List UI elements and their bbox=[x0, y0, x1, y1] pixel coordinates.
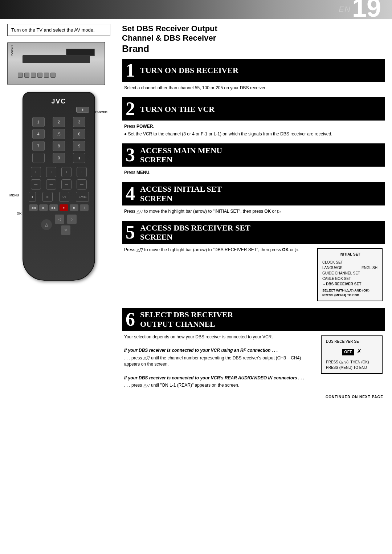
remote-mode-btn3[interactable]: UV bbox=[59, 192, 69, 202]
remote-btn-2[interactable]: 2 bbox=[53, 117, 65, 127]
remote-rewind[interactable]: ◀◀ bbox=[29, 204, 38, 211]
step-6-section: 6 SELECT DBS RECEIVER OUTPUT CHANNEL You… bbox=[122, 308, 385, 391]
remote-right-btn[interactable]: ▷ bbox=[67, 215, 77, 224]
step-6-right: DBS RECEIVER SET OFF ✗ PRESS (△,▽), THEN… bbox=[321, 334, 383, 375]
step-4-section: 4 ACCESS INITIAL SET SCREEN Press △▽ to … bbox=[122, 182, 385, 217]
vcr-btn-4 bbox=[37, 73, 42, 78]
off-badge-area: OFF ✗ bbox=[326, 347, 377, 357]
remote-ok-label: OK bbox=[17, 212, 22, 215]
off-badge: OFF bbox=[342, 349, 354, 355]
remote-extra-btn4[interactable]: + bbox=[77, 167, 87, 177]
step-5-ok-word: OK bbox=[282, 247, 289, 252]
step-4-number: 4 bbox=[126, 184, 135, 203]
step-4-title: ACCESS INITIAL SET SCREEN bbox=[140, 184, 222, 203]
remote-extra-btn3[interactable]: + bbox=[61, 167, 72, 177]
remote-number-grid: 1 2 3 4 .5 6 7 8 9 0 ▮ bbox=[23, 114, 94, 166]
remote-btn-6[interactable]: 6 bbox=[73, 129, 85, 139]
remote-extra-btn6[interactable]: — bbox=[46, 179, 56, 190]
step-5-screen: INITIAL SET CLOCK SET LANGUAGEENGLISH GU… bbox=[317, 247, 383, 303]
en-label: EN bbox=[339, 5, 351, 14]
remote-ffwd[interactable]: ▶▶ bbox=[49, 204, 58, 211]
step-5-layout: Press △▽ to move the highlight bar (arro… bbox=[124, 247, 383, 303]
step-3-title: ACCESS MAIN MENU SCREEN bbox=[140, 146, 222, 164]
page-title-brand: Brand bbox=[122, 43, 149, 54]
screen-row-clock: CLOCK SET bbox=[322, 260, 377, 265]
screen-title-dbs: DBS RECEIVER SET bbox=[326, 339, 377, 345]
step-4-body: Press △▽ to move the highlight bar (arro… bbox=[122, 207, 385, 217]
remote-nav-col: ◁ ▷ ▽ bbox=[55, 215, 77, 235]
vcr-btn-3 bbox=[31, 73, 36, 78]
top-instruction: Turn on the TV and select the AV mode. bbox=[7, 24, 110, 36]
step-6-number: 6 bbox=[126, 310, 135, 329]
step-3-menu-word: MENU bbox=[136, 170, 149, 175]
step-3-section: 3 ACCESS MAIN MENU SCREEN Press MENU. bbox=[122, 143, 385, 178]
remote-down-btn[interactable]: ▽ bbox=[61, 225, 70, 235]
page-title: Set DBS Receiver Output Channel & DBS Re… bbox=[122, 24, 385, 54]
remote-btn-7[interactable]: 7 bbox=[32, 141, 45, 151]
left-column: Turn on the TV and select the AV mode. P… bbox=[0, 19, 116, 404]
remote-pause[interactable]: ⏸ bbox=[80, 204, 89, 211]
remote-nav-area: △ ◁ ▷ ▽ bbox=[23, 212, 94, 237]
dbs-receiver-set-screen: DBS RECEIVER SET OFF ✗ PRESS (△,▽), THEN… bbox=[321, 335, 383, 374]
remote-control: JVC ▮ 1 2 3 4 .5 6 7 bbox=[23, 92, 95, 281]
remote-mode-btn4[interactable]: S-VHS bbox=[76, 192, 89, 202]
remote-extra-btn2[interactable]: + bbox=[46, 167, 56, 177]
remote-transport-row: ◀◀ ▶ ▶▶ ● ■ ⏸ bbox=[23, 203, 94, 212]
screen-title-initial: INITIAL SET bbox=[322, 252, 377, 258]
screen-note-initial: SELECT WITH (△,▽) AND (OK)PRESS (MENU) T… bbox=[322, 288, 377, 297]
remote-btn-special-right[interactable]: ▮ bbox=[73, 153, 85, 163]
remote-btn-special-left[interactable] bbox=[32, 153, 45, 163]
remote-triangle-btn[interactable]: △ bbox=[41, 219, 52, 230]
remote-play[interactable]: ▶ bbox=[39, 204, 48, 211]
step-2-header: 2 TURN ON THE VCR bbox=[122, 97, 385, 121]
remote-btn-3[interactable]: 3 bbox=[73, 117, 85, 127]
step-3-number: 3 bbox=[126, 146, 135, 164]
vcr-btn-1 bbox=[18, 73, 23, 78]
vcr-display bbox=[66, 49, 95, 56]
step-2-number: 2 bbox=[126, 99, 135, 118]
step-5-text: Press △▽ to move the highlight bar (arro… bbox=[124, 247, 313, 254]
remote-extra-btn7[interactable]: — bbox=[61, 179, 72, 190]
remote-btn-9[interactable]: 9 bbox=[73, 141, 85, 151]
remote-power-text: ▮ bbox=[82, 108, 83, 111]
remote-extra-btn5[interactable]: — bbox=[31, 179, 41, 190]
continued-label: CONTINUED ON NEXT PAGE bbox=[122, 395, 385, 399]
step-3-header: 3 ACCESS MAIN MENU SCREEN bbox=[122, 143, 385, 167]
initial-set-screen: INITIAL SET CLOCK SET LANGUAGEENGLISH GU… bbox=[317, 248, 383, 301]
step-1-section: 1 TURN ON DBS RECEIVER Select a channel … bbox=[122, 59, 385, 94]
remote-btn-0[interactable]: 0 bbox=[53, 153, 65, 163]
remote-brand: JVC bbox=[23, 93, 94, 105]
remote-power-button[interactable]: ▮ bbox=[76, 107, 89, 113]
remote-btn-5[interactable]: .5 bbox=[53, 129, 65, 139]
remote-mode-btn2[interactable]: III bbox=[42, 192, 53, 202]
step-1-title: TURN ON DBS RECEIVER bbox=[140, 61, 238, 80]
remote-menu-label: MENU bbox=[9, 194, 19, 197]
step-1-number: 1 bbox=[126, 61, 135, 80]
vcr-tape-slot bbox=[23, 55, 90, 63]
vcr-controls bbox=[18, 72, 95, 78]
remote-btn-8[interactable]: 8 bbox=[53, 141, 65, 151]
remote-btn-1[interactable]: 1 bbox=[32, 117, 45, 127]
screen-row-language: LANGUAGEENGLISH bbox=[322, 265, 377, 270]
remote-left-btn[interactable]: ◁ bbox=[55, 215, 64, 224]
right-column: Set DBS Receiver Output Channel & DBS Re… bbox=[116, 19, 392, 404]
remote-btn-4[interactable]: 4 bbox=[32, 129, 45, 139]
vcr-power-label: POWER bbox=[10, 45, 13, 56]
remote-rec[interactable]: ● bbox=[60, 204, 68, 211]
remote-power-area: ▮ bbox=[23, 105, 94, 114]
x-mark: ✗ bbox=[357, 348, 362, 354]
step-2-power-word: POWER bbox=[136, 124, 153, 129]
step-6-title: SELECT DBS RECEIVER OUTPUT CHANNEL bbox=[140, 310, 233, 329]
step-3-body: Press MENU. bbox=[122, 168, 385, 178]
screen-row-guide: GUIDE CHANNEL SET bbox=[322, 270, 377, 276]
remote-mode-row: ▮ III UV S-VHS bbox=[23, 191, 94, 203]
step-2-body: Press POWER. ● Set the VCR to the channe… bbox=[122, 122, 385, 140]
screen-row-cable: CABLE BOX SET bbox=[322, 276, 377, 281]
remote-extra-btn8[interactable]: — bbox=[77, 179, 87, 190]
remote-mode-btn1[interactable]: ▮ bbox=[29, 192, 36, 202]
remote-stop[interactable]: ■ bbox=[70, 204, 78, 211]
step-5-header: 5 ACCESS DBS RECEIVER SET SCREEN bbox=[122, 221, 385, 244]
step-4-header: 4 ACCESS INITIAL SET SCREEN bbox=[122, 182, 385, 205]
step-2-section: 2 TURN ON THE VCR Press POWER. ● Set the… bbox=[122, 97, 385, 140]
remote-extra-btn1[interactable]: + bbox=[31, 167, 41, 177]
